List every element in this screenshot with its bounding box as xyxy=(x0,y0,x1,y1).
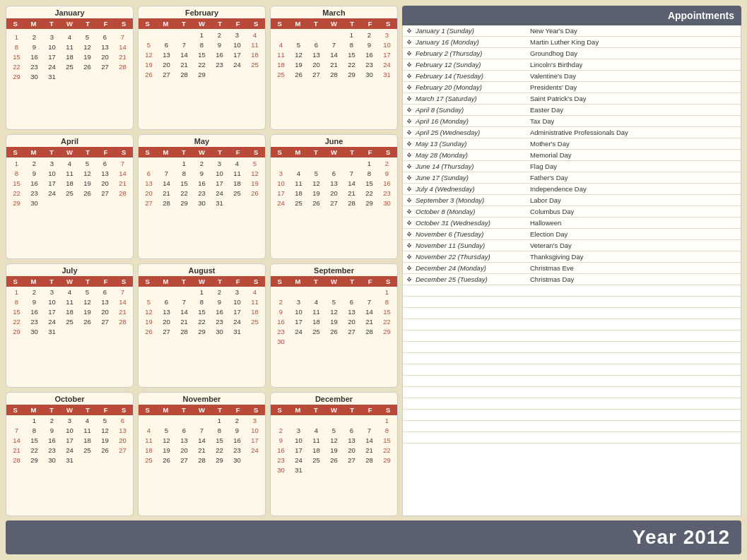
holiday-name: Labor Day xyxy=(529,195,741,205)
holiday-name: Mother's Day xyxy=(529,138,741,149)
day-cell: 17 xyxy=(61,436,78,446)
day-cell xyxy=(114,208,131,210)
holiday-date: July 4 (Wednesday) xyxy=(416,184,529,194)
day-header: S xyxy=(139,147,157,157)
day-cell xyxy=(307,79,325,81)
holiday-name: Flag Day xyxy=(529,161,741,172)
day-cell xyxy=(272,208,290,210)
day-cell: 5 xyxy=(96,416,114,426)
day-cell xyxy=(228,69,246,79)
day-cell: 6 xyxy=(175,426,193,436)
day-cell: 24 xyxy=(378,59,396,69)
day-cell xyxy=(175,337,193,339)
day-cell: 9 xyxy=(25,297,43,307)
day-cell xyxy=(378,337,396,347)
holiday-date: June 17 (Sunday) xyxy=(416,172,529,183)
holiday-date: April 25 (Wednesday) xyxy=(416,127,529,138)
day-cell: 14 xyxy=(175,49,193,59)
day-cell xyxy=(8,465,25,467)
day-header: S xyxy=(379,147,397,157)
day-cell xyxy=(193,416,211,426)
day-cell xyxy=(246,465,264,467)
day-header: T xyxy=(175,276,193,287)
day-cell: 31 xyxy=(61,455,78,465)
day-header: T xyxy=(42,147,61,157)
day-cell: 7 xyxy=(114,32,131,42)
appointment-row: ❖November 11 (Sunday)Veteran's Day xyxy=(403,240,741,251)
day-cell xyxy=(193,465,211,467)
day-header: M xyxy=(289,405,307,415)
appointment-row: ❖June 17 (Sunday)Father's Day xyxy=(403,172,741,184)
holiday-date: October 31 (Wednesday) xyxy=(416,218,529,228)
empty-appointment-row xyxy=(403,410,741,421)
day-cell: 11 xyxy=(290,178,307,188)
day-cell xyxy=(158,158,175,168)
diamond-icon: ❖ xyxy=(403,240,416,251)
day-cell xyxy=(325,416,343,426)
day-cell: 19 xyxy=(307,188,325,198)
day-cell: 30 xyxy=(360,69,378,79)
day-cell: 19 xyxy=(78,178,96,188)
day-cell: 26 xyxy=(96,446,114,455)
day-header: F xyxy=(361,147,380,157)
day-cell: 12 xyxy=(325,436,343,446)
day-cell: 12 xyxy=(246,168,264,178)
day-cell xyxy=(61,327,78,337)
day-cell xyxy=(360,79,378,81)
day-cell xyxy=(290,416,307,426)
day-cell: 15 xyxy=(8,307,25,317)
day-cell: 22 xyxy=(343,59,360,69)
day-header: S xyxy=(114,405,133,415)
day-cell: 14 xyxy=(360,307,378,317)
day-cell xyxy=(175,287,193,297)
diamond-icon: ❖ xyxy=(403,251,416,262)
day-cell: 24 xyxy=(43,317,61,327)
day-cell: 10 xyxy=(378,40,396,49)
day-cell: 21 xyxy=(360,317,378,327)
holiday-name: Independence Day xyxy=(529,184,741,194)
day-cell: 22 xyxy=(175,188,193,198)
day-cell: 19 xyxy=(78,52,96,61)
day-cell xyxy=(158,416,175,426)
day-cell: 15 xyxy=(378,436,396,446)
day-cell: 22 xyxy=(25,446,43,455)
day-cell xyxy=(343,158,360,168)
day-cell: 16 xyxy=(25,52,43,61)
holiday-name: Lincoln's Birthday xyxy=(529,59,741,70)
day-cell xyxy=(25,208,43,210)
day-header: F xyxy=(97,276,115,287)
day-cell xyxy=(290,79,307,81)
day-cell xyxy=(211,208,228,210)
day-header: M xyxy=(25,18,43,29)
day-cell: 22 xyxy=(211,446,228,455)
diamond-icon: ❖ xyxy=(403,127,416,138)
day-cell: 24 xyxy=(290,455,307,465)
diamond-icon: ❖ xyxy=(403,116,416,126)
month-title-august: August xyxy=(139,264,265,276)
day-cell: 30 xyxy=(25,198,43,208)
day-cell: 27 xyxy=(96,317,114,327)
day-cell: 4 xyxy=(307,426,325,436)
day-cell: 2 xyxy=(25,287,43,297)
day-cell: 19 xyxy=(158,446,175,455)
day-cell: 15 xyxy=(211,436,228,446)
appointment-row: ❖July 4 (Wednesday)Independence Day xyxy=(403,184,741,195)
day-cell xyxy=(343,79,360,81)
day-header: T xyxy=(211,18,229,29)
holiday-date: April 8 (Sunday) xyxy=(416,105,529,115)
day-cell: 19 xyxy=(96,436,114,446)
day-cell: 25 xyxy=(307,455,325,465)
day-cell: 23 xyxy=(211,317,228,327)
day-cell: 4 xyxy=(61,32,78,42)
diamond-icon: ❖ xyxy=(403,82,416,93)
day-cell xyxy=(193,337,211,339)
month-title-july: July xyxy=(6,264,133,276)
day-header: W xyxy=(193,276,211,287)
day-cell xyxy=(343,287,360,297)
day-cell: 11 xyxy=(228,168,246,178)
day-cell: 26 xyxy=(140,69,158,79)
day-cell: 18 xyxy=(307,317,325,327)
day-cell: 21 xyxy=(8,446,25,455)
day-cell: 25 xyxy=(272,69,290,79)
day-cell: 25 xyxy=(290,198,307,208)
